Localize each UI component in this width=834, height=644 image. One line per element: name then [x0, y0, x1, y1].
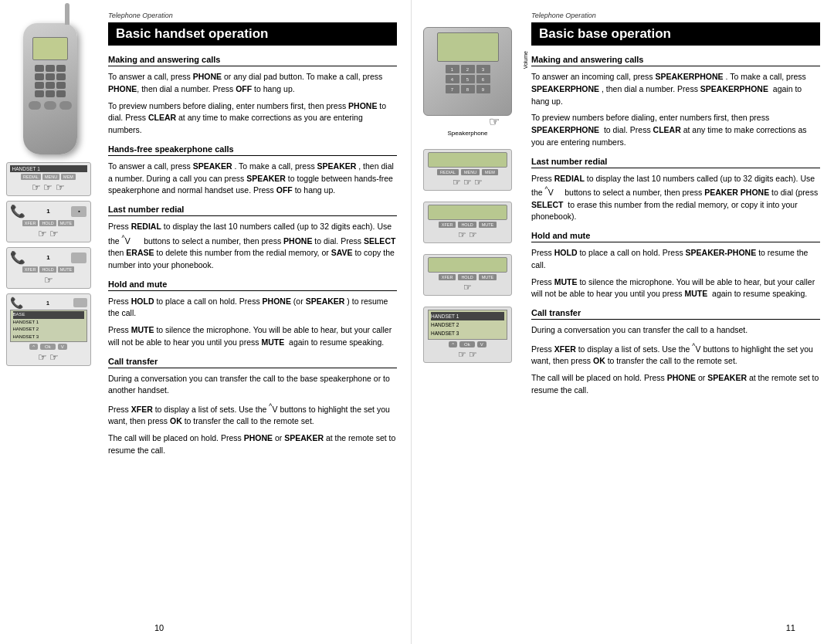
- left-transfer-p1: During a conversation you can transfer t…: [108, 373, 397, 398]
- left-transfer-p2: Press XFER to display a list of sets. Us…: [108, 402, 397, 428]
- hold-btn-2: HOLD: [39, 266, 56, 273]
- main-content: Telephone Operation Basic handset operat…: [100, 0, 834, 644]
- xfer-btn-2: XFER: [22, 266, 39, 273]
- ok-btn-left: Ok: [40, 344, 56, 350]
- handset1-item: HANDSET 1: [13, 319, 84, 327]
- finger-icons-1: ☞ ☞ ☞: [10, 181, 87, 193]
- center-dn-btn: V: [477, 341, 486, 347]
- hold-btn-1: HOLD: [39, 220, 56, 226]
- right-section-title: Basic base operation: [531, 22, 820, 46]
- call-icon-3: 📞: [10, 297, 23, 309]
- right-making-calls-title: Making and answering calls: [531, 55, 820, 66]
- center-device-1: REDIAL MENU MEM ☞ ☞ ☞: [423, 149, 512, 191]
- right-redial-p1: Press REDIAL to display the last 10 numb…: [531, 173, 820, 224]
- center-xfer-btn-1: XFER: [439, 222, 456, 228]
- left-handsfree-p1: To answer a call, press SPEAKER . To mak…: [108, 161, 397, 197]
- base-station-image: 1 2 3 4 5 6 7 8 9 Volume ☞ Speakerphone: [418, 27, 518, 137]
- left-column: Telephone Operation Basic handset operat…: [100, 0, 412, 644]
- center-device-3: XFER HOLD MUTE ☞: [423, 254, 512, 296]
- center-mem-btn: MEM: [482, 169, 498, 175]
- right-page-number: 11: [786, 623, 795, 632]
- center-device-2: XFER HOLD MUTE ☞ ☞: [423, 202, 512, 243]
- left-holdmute-p1: Press HOLD to place a call on hold. Pres…: [108, 296, 397, 320]
- left-making-calls-p1: To answer a call, press PHONE or any dia…: [108, 71, 397, 96]
- left-section-title: Basic handset operation: [108, 22, 397, 46]
- volume-label: Volume: [523, 51, 528, 69]
- left-page-number: 10: [154, 623, 164, 632]
- finger-icons-4: ☞ ☞: [10, 351, 87, 363]
- center-handset2: HANDSET 2: [431, 320, 504, 329]
- speakerphone-label: Speakerphone: [447, 130, 487, 137]
- right-holdmute-title: Hold and mute: [531, 231, 820, 242]
- center-fingers-3: ☞: [428, 282, 507, 293]
- up-arrow-btn: ^: [29, 344, 38, 350]
- center-ok-btn: Ok: [459, 341, 475, 347]
- left-making-calls-p2: To preview numbers before dialing, enter…: [108, 100, 397, 137]
- signal-bar-3: [73, 298, 87, 307]
- call-icon-2: 📞: [10, 250, 25, 265]
- xfer-btn-1: XFER: [22, 220, 39, 226]
- left-phone-area: HANDSET 1 REDIAL MENU MEM ☞ ☞ ☞ 📞 1 ▪ XF…: [0, 0, 100, 644]
- mem-btn: MEM: [61, 174, 76, 180]
- menu-btn: MENU: [42, 174, 59, 180]
- center-mute-btn-2: MUTE: [479, 274, 497, 280]
- handset1-label: HANDSET 1: [10, 165, 87, 172]
- right-redial-title: Last number redial: [531, 157, 820, 168]
- right-transfer-p1: During a conversation you can transfer t…: [531, 324, 820, 337]
- call-icon-1: 📞: [10, 204, 25, 219]
- down-arrow-btn: V: [58, 344, 67, 350]
- left-handsfree-title: Hands-free speakerphone calls: [108, 144, 397, 156]
- handset-illustration: [23, 23, 77, 154]
- center-handset1: HANDSET 1: [431, 312, 504, 320]
- signal-bar: ▪: [71, 206, 86, 217]
- signal-bar-2: [71, 253, 86, 263]
- redial-btn: REDIAL: [21, 174, 41, 180]
- number-2: 1: [46, 254, 49, 261]
- center-up-btn: ^: [449, 341, 457, 347]
- left-redial-title: Last number redial: [108, 205, 397, 216]
- mute-btn-2: MUTE: [58, 266, 75, 273]
- right-holdmute-p1: Press HOLD to place a call on hold. Pres…: [531, 247, 820, 272]
- center-device-4: HANDSET 1 HANDSET 2 HANDSET 3 ^ Ok V ☞ ☞: [423, 307, 512, 363]
- center-hold-btn-2: HOLD: [458, 274, 476, 280]
- center-hold-btn-1: HOLD: [458, 222, 476, 228]
- center-xfer-btn-2: XFER: [439, 274, 456, 280]
- handset3-item: HANDSET 3: [13, 334, 84, 341]
- finger-icons-2: ☞ ☞: [10, 228, 87, 239]
- left-holdmute-title: Hold and mute: [108, 280, 397, 291]
- center-fingers-1: ☞ ☞ ☞: [428, 177, 507, 188]
- center-menu-btn: MENU: [461, 169, 480, 175]
- center-fingers-2: ☞ ☞: [428, 229, 507, 240]
- center-fingers-4: ☞ ☞: [428, 349, 507, 360]
- left-transfer-title: Call transfer: [108, 357, 397, 368]
- handset2-item: HANDSET 2: [13, 326, 84, 334]
- left-transfer-p3: The call will be placed on hold. Press P…: [108, 432, 397, 457]
- device-diagram-4: 📞 1 BASE HANDSET 1 HANDSET 2 HANDSET 3 ^…: [6, 293, 91, 366]
- center-redial-btn: REDIAL: [437, 169, 459, 175]
- right-section-label: Telephone Operation: [531, 12, 820, 19]
- right-making-calls-p1: To answer an incoming call, press SPEAKE…: [531, 71, 820, 107]
- base-item: BASE: [13, 311, 84, 319]
- center-handset3: HANDSET 3: [431, 329, 504, 337]
- right-holdmute-p2: Press MUTE to silence the microphone. Yo…: [531, 276, 820, 301]
- number-3: 1: [46, 300, 49, 306]
- number-1: 1: [46, 208, 49, 215]
- device-diagram-1: HANDSET 1 REDIAL MENU MEM ☞ ☞ ☞: [6, 162, 91, 196]
- device-diagram-2: 📞 1 ▪ XFER HOLD MUTE ☞ ☞: [6, 201, 91, 242]
- device-diagrams-left: HANDSET 1 REDIAL MENU MEM ☞ ☞ ☞ 📞 1 ▪ XF…: [6, 162, 95, 366]
- right-transfer-p3: The call will be placed on hold. Press P…: [531, 372, 820, 397]
- device-diagram-3: 📞 1 XFER HOLD MUTE ☞: [6, 247, 91, 289]
- finger-pointing-base: ☞: [489, 114, 500, 129]
- mute-btn-1: MUTE: [58, 220, 75, 226]
- finger-icons-3: ☞: [10, 274, 87, 286]
- left-redial-p1: Press REDIAL to display the last 10 numb…: [108, 221, 397, 272]
- right-making-calls-p2: To preview numbers before dialing, enter…: [531, 112, 820, 148]
- right-column: Telephone Operation Basic base operation…: [524, 0, 834, 644]
- left-making-calls-title: Making and answering calls: [108, 55, 397, 66]
- center-mute-btn-1: MUTE: [479, 222, 497, 228]
- left-section-label: Telephone Operation: [108, 12, 397, 19]
- center-images-column: 1 2 3 4 5 6 7 8 9 Volume ☞ Speakerphone: [412, 0, 524, 644]
- right-transfer-title: Call transfer: [531, 308, 820, 320]
- left-holdmute-p2: Press MUTE to silence the microphone. Yo…: [108, 324, 397, 349]
- right-transfer-p2: Press XFER to display a list of sets. Us…: [531, 341, 820, 368]
